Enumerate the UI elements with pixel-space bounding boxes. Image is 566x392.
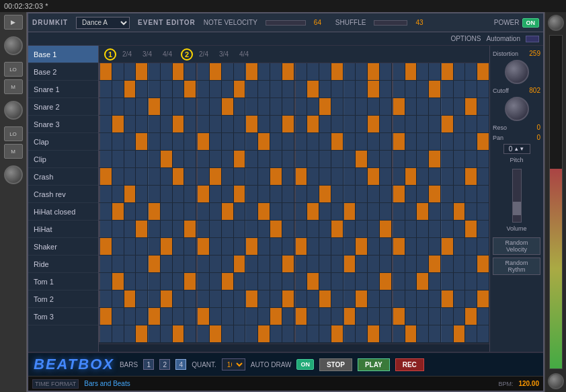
step-cell-3-3[interactable]	[136, 116, 148, 132]
step-cell-15-22[interactable]	[368, 325, 380, 342]
step-cell-12-25[interactable]	[405, 273, 417, 290]
step-cell-15-30[interactable]	[465, 325, 477, 342]
step-cell-3-17[interactable]	[307, 116, 319, 132]
drum-item-hihat-closed[interactable]: HiHat closed	[28, 203, 98, 221]
step-cell-6-9[interactable]	[210, 168, 222, 185]
step-cell-13-20[interactable]	[343, 290, 356, 307]
left-btn-m[interactable]: M	[4, 79, 23, 94]
step-cell-14-0[interactable]	[99, 308, 112, 325]
step-cell-12-10[interactable]	[222, 273, 234, 290]
step-cell-11-6[interactable]	[173, 256, 185, 272]
step-cell-12-13[interactable]	[258, 273, 270, 290]
step-cell-7-15[interactable]	[282, 186, 294, 202]
step-cell-13-9[interactable]	[210, 290, 222, 307]
step-cell-14-22[interactable]	[368, 308, 380, 325]
drum-item-snare-1[interactable]: Snare 1	[28, 81, 98, 98]
step-cell-9-16[interactable]	[294, 221, 308, 237]
step-cell-3-6[interactable]	[173, 116, 185, 132]
step-cell-3-9[interactable]	[210, 116, 222, 132]
step-cell-4-13[interactable]	[258, 133, 270, 150]
step-cell-0-2[interactable]	[124, 63, 136, 80]
power-button[interactable]: ON	[522, 18, 540, 28]
step-cell-1-28[interactable]	[441, 81, 454, 97]
step-cell-2-9[interactable]	[210, 98, 222, 115]
left-knob-2[interactable]	[4, 101, 23, 120]
step-cell-0-12[interactable]	[245, 63, 258, 80]
step-cell-6-10[interactable]	[222, 168, 234, 185]
step-cell-5-7[interactable]	[184, 151, 196, 167]
step-cell-13-29[interactable]	[454, 290, 466, 307]
step-cell-10-19[interactable]	[331, 238, 343, 255]
step-cell-11-23[interactable]	[380, 256, 392, 272]
step-cell-5-6[interactable]	[173, 151, 185, 167]
step-cell-6-22[interactable]	[368, 168, 380, 185]
drum-item-snare-3[interactable]: Snare 3	[28, 116, 98, 133]
step-cell-13-10[interactable]	[222, 290, 234, 307]
step-cell-1-24[interactable]	[392, 81, 405, 97]
step-cell-0-14[interactable]	[270, 63, 282, 80]
step-cell-1-18[interactable]	[319, 81, 331, 97]
step-cell-12-17[interactable]	[307, 273, 319, 290]
step-cell-7-10[interactable]	[222, 186, 234, 202]
step-cell-10-29[interactable]	[454, 238, 466, 255]
step-cell-14-25[interactable]	[405, 308, 417, 325]
step-cell-4-23[interactable]	[380, 133, 392, 150]
step-cell-4-7[interactable]	[184, 133, 196, 150]
step-cell-0-5[interactable]	[161, 63, 173, 80]
step-cell-3-13[interactable]	[258, 116, 270, 132]
step-cell-14-27[interactable]	[429, 308, 441, 325]
step-cell-0-25[interactable]	[405, 63, 417, 80]
step-cell-11-18[interactable]	[319, 256, 331, 272]
step-cell-2-24[interactable]	[392, 98, 405, 115]
step-cell-7-20[interactable]	[343, 186, 356, 202]
step-cell-4-31[interactable]	[477, 133, 489, 150]
step-cell-12-31[interactable]	[477, 273, 489, 290]
step-cell-12-5[interactable]	[161, 273, 173, 290]
step-cell-13-3[interactable]	[136, 290, 148, 307]
step-cell-8-13[interactable]	[258, 203, 270, 220]
step-cell-7-1[interactable]	[112, 186, 124, 202]
drum-item-clip[interactable]: Clip	[28, 151, 98, 168]
step-cell-12-14[interactable]	[270, 273, 282, 290]
step-cell-11-13[interactable]	[258, 256, 270, 272]
step-cell-2-2[interactable]	[124, 98, 136, 115]
step-cell-13-23[interactable]	[380, 290, 392, 307]
step-cell-8-9[interactable]	[210, 203, 222, 220]
step-cell-6-6[interactable]	[173, 168, 185, 185]
step-cell-15-15[interactable]	[282, 325, 294, 342]
step-cell-3-21[interactable]	[356, 116, 368, 132]
step-cell-10-18[interactable]	[319, 238, 331, 255]
step-cell-15-19[interactable]	[331, 325, 343, 342]
cutoff-knob[interactable]	[505, 97, 529, 121]
step-cell-8-19[interactable]	[331, 203, 343, 220]
step-cell-13-11[interactable]	[234, 290, 246, 307]
step-cell-15-25[interactable]	[405, 325, 417, 342]
step-cell-13-2[interactable]	[124, 290, 136, 307]
step-cell-3-31[interactable]	[477, 116, 489, 132]
left-knob-3[interactable]	[4, 165, 23, 184]
step-cell-6-11[interactable]	[234, 168, 246, 185]
step-cell-4-12[interactable]	[245, 133, 258, 150]
step-cell-12-16[interactable]	[294, 273, 308, 290]
step-cell-11-0[interactable]	[99, 256, 112, 272]
step-cell-9-20[interactable]	[343, 221, 356, 237]
drum-item-ride[interactable]: Ride	[28, 256, 98, 273]
step-cell-14-19[interactable]	[331, 308, 343, 325]
step-cell-14-12[interactable]	[245, 308, 258, 325]
step-cell-14-3[interactable]	[136, 308, 148, 325]
step-cell-7-21[interactable]	[356, 186, 368, 202]
step-cell-7-11[interactable]	[234, 186, 246, 202]
step-cell-6-20[interactable]	[343, 168, 356, 185]
step-cell-7-23[interactable]	[380, 186, 392, 202]
step-cell-15-14[interactable]	[270, 325, 282, 342]
step-cell-7-4[interactable]	[148, 186, 161, 202]
step-cell-12-18[interactable]	[319, 273, 331, 290]
step-cell-9-27[interactable]	[429, 221, 441, 237]
step-cell-15-6[interactable]	[173, 325, 185, 342]
step-cell-4-0[interactable]	[99, 133, 112, 150]
step-cell-11-5[interactable]	[161, 256, 173, 272]
step-cell-2-10[interactable]	[222, 98, 234, 115]
step-cell-4-24[interactable]	[392, 133, 405, 150]
step-cell-2-31[interactable]	[477, 98, 489, 115]
step-cell-9-8[interactable]	[196, 221, 210, 237]
